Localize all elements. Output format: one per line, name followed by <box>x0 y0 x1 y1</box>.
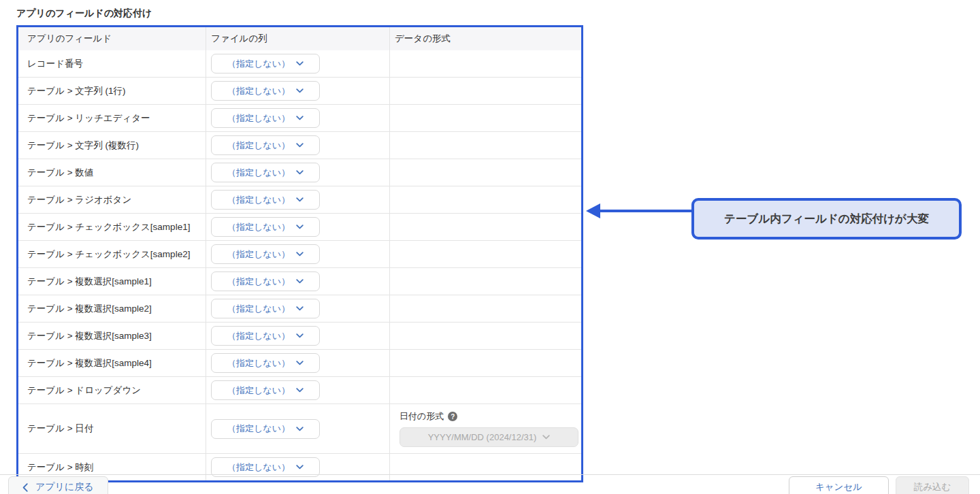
field-label: テーブル > 時刻 <box>27 461 93 474</box>
table-row: テーブル > 複数選択[sample3] （指定しない） ? <box>18 322 581 349</box>
chevron-down-icon <box>296 61 304 66</box>
field-label: テーブル > リッチエディター <box>27 112 150 125</box>
field-label: テーブル > 文字列 (複数行) <box>27 139 139 152</box>
column-select-label: （指定しない） <box>227 384 290 397</box>
header-data-format: データの形式 <box>389 27 581 50</box>
table-header-row: アプリのフィールド ファイルの列 データの形式 <box>18 27 581 50</box>
chevron-down-icon <box>296 143 304 148</box>
footer-divider <box>0 474 980 475</box>
callout-arrow-head-icon <box>586 203 600 218</box>
file-column-select[interactable]: （指定しない） <box>211 326 320 346</box>
table-row: テーブル > 日付 （指定しない） 日付の形式 ? YYYY/MM/DD (20… <box>18 404 581 453</box>
table-row: テーブル > 複数選択[sample2] （指定しない） ? <box>18 295 581 322</box>
chevron-down-icon <box>296 388 304 393</box>
field-label: テーブル > チェックボックス[sample2] <box>27 248 190 261</box>
table-row: テーブル > チェックボックス[sample2] （指定しない） ? <box>18 240 581 267</box>
file-column-select[interactable]: （指定しない） <box>211 108 320 128</box>
chevron-down-icon <box>296 116 304 120</box>
chevron-down-icon <box>296 306 304 311</box>
chevron-down-icon <box>296 427 304 431</box>
column-select-label: （指定しない） <box>227 139 290 152</box>
file-column-select[interactable]: （指定しない） <box>211 217 320 237</box>
chevron-down-icon <box>296 361 304 365</box>
field-label: テーブル > 複数選択[sample3] <box>27 330 152 342</box>
date-format-block: 日付の形式 ? YYYY/MM/DD (2024/12/31) <box>395 404 588 453</box>
column-select-label: （指定しない） <box>227 112 290 125</box>
chevron-down-icon <box>296 170 304 175</box>
field-label: テーブル > 日付 <box>27 423 93 435</box>
field-label: テーブル > ドロップダウン <box>27 384 141 397</box>
table-row: テーブル > ドロップダウン （指定しない） ? <box>18 376 581 404</box>
table-row: テーブル > 複数選択[sample4] （指定しない） ? <box>18 349 581 376</box>
field-label: テーブル > 複数選択[sample2] <box>27 303 152 315</box>
file-column-select[interactable]: （指定しない） <box>211 135 320 155</box>
callout-arrow-line <box>598 210 692 212</box>
chevron-down-icon <box>296 88 304 93</box>
field-label: テーブル > ラジオボタン <box>27 194 131 206</box>
date-format-select[interactable]: YYYY/MM/DD (2024/12/31) <box>399 427 578 447</box>
table-row: レコード番号 （指定しない） ? <box>18 50 581 77</box>
file-column-select[interactable]: （指定しない） <box>211 419 320 439</box>
column-select-label: （指定しない） <box>227 357 290 369</box>
column-select-label: （指定しない） <box>227 423 290 435</box>
column-select-label: （指定しない） <box>227 194 290 206</box>
file-column-select[interactable]: （指定しない） <box>211 271 320 291</box>
file-column-select[interactable]: （指定しない） <box>211 81 320 101</box>
header-file-column: ファイルの列 <box>206 27 389 50</box>
column-select-label: （指定しない） <box>227 58 290 70</box>
file-column-select[interactable]: （指定しない） <box>211 190 320 210</box>
chevron-down-icon <box>296 197 304 202</box>
field-label: テーブル > 文字列 (1行) <box>27 85 126 97</box>
field-mapping-rows: レコード番号 （指定しない） ? <box>18 50 581 480</box>
chevron-down-icon <box>296 333 304 338</box>
chevron-down-icon <box>296 279 304 284</box>
back-button-label: アプリに戻る <box>35 481 94 493</box>
column-select-label: （指定しない） <box>227 461 290 474</box>
table-row: テーブル > ラジオボタン （指定しない） ? <box>18 186 581 213</box>
table-row: テーブル > 文字列 (1行) （指定しない） ? <box>18 77 581 104</box>
column-select-label: （指定しない） <box>227 85 290 97</box>
field-label: テーブル > 複数選択[sample1] <box>27 276 152 288</box>
file-column-select[interactable]: （指定しない） <box>211 299 320 318</box>
table-row: テーブル > 文字列 (複数行) （指定しない） ? <box>18 131 581 159</box>
column-select-label: （指定しない） <box>227 221 290 233</box>
page-title: アプリのフィールドの対応付け <box>16 7 152 20</box>
field-label: テーブル > チェックボックス[sample1] <box>27 221 190 233</box>
header-app-field: アプリのフィールド <box>18 27 206 50</box>
field-label: レコード番号 <box>27 58 83 70</box>
back-to-app-button[interactable]: アプリに戻る <box>8 476 108 494</box>
file-column-select[interactable]: （指定しない） <box>211 244 320 264</box>
callout-annotation: テーブル内フィールドの対応付けが大変 <box>691 198 962 240</box>
import-button[interactable]: 読み込む <box>896 476 969 494</box>
chevron-down-icon <box>296 225 304 229</box>
field-mapping-table: アプリのフィールド ファイルの列 データの形式 レコード番号 （指定しない） ? <box>16 25 583 482</box>
field-label: テーブル > 数値 <box>27 167 93 179</box>
file-column-select[interactable]: （指定しない） <box>211 353 320 373</box>
column-select-label: （指定しない） <box>227 248 290 261</box>
file-column-select[interactable]: （指定しない） <box>211 163 320 182</box>
file-column-select[interactable]: （指定しない） <box>211 380 320 400</box>
cancel-button[interactable]: キャンセル <box>789 476 889 494</box>
callout-text: テーブル内フィールドの対応付けが大変 <box>724 212 929 227</box>
table-row: テーブル > 複数選択[sample1] （指定しない） ? <box>18 267 581 295</box>
column-select-label: （指定しない） <box>227 330 290 342</box>
chevron-down-icon <box>542 435 550 440</box>
column-select-label: （指定しない） <box>227 276 290 288</box>
chevron-down-icon <box>296 252 304 257</box>
chevron-down-icon <box>296 465 304 470</box>
help-icon[interactable]: ? <box>448 412 457 421</box>
column-select-label: （指定しない） <box>227 303 290 315</box>
table-row: テーブル > リッチエディター （指定しない） ? <box>18 104 581 131</box>
table-row: テーブル > チェックボックス[sample1] （指定しない） ? <box>18 213 581 240</box>
date-format-label: 日付の形式 <box>399 410 444 423</box>
date-format-value: YYYY/MM/DD (2024/12/31) <box>428 432 537 442</box>
table-row: テーブル > 数値 （指定しない） ? <box>18 159 581 186</box>
column-select-label: （指定しない） <box>227 167 290 179</box>
chevron-left-icon <box>22 483 28 492</box>
field-label: テーブル > 複数選択[sample4] <box>27 357 152 369</box>
file-column-select[interactable]: （指定しない） <box>211 54 320 73</box>
